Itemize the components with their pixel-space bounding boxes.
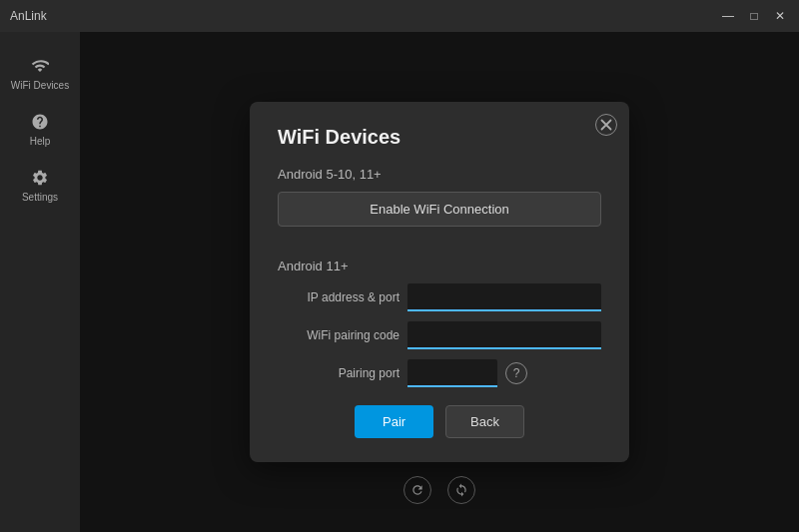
help-icon: [30, 112, 50, 132]
bottom-icons: [403, 476, 475, 504]
app-body: WiFi Devices Help Settings: [0, 32, 799, 532]
dialog-footer: Pair Back: [278, 405, 601, 438]
pairing-port-input[interactable]: [407, 359, 497, 387]
sidebar-item-help-label: Help: [30, 136, 51, 148]
sidebar-item-wifi-devices[interactable]: WiFi Devices: [6, 48, 74, 100]
help-circle-icon[interactable]: ?: [505, 362, 527, 384]
refresh-icon[interactable]: [403, 476, 431, 504]
sidebar-item-help[interactable]: Help: [6, 104, 74, 156]
window-controls: — □ ✕: [719, 7, 789, 25]
dialog-close-button[interactable]: [595, 114, 617, 136]
sidebar: WiFi Devices Help Settings: [0, 32, 80, 532]
pair-button[interactable]: Pair: [355, 405, 433, 438]
sidebar-item-settings[interactable]: Settings: [6, 160, 74, 212]
wifi-pairing-row: WiFi pairing code: [278, 321, 601, 349]
wifi-pairing-input[interactable]: [407, 321, 601, 349]
content-area: WiFi Devices Android 5-10, 11+ Enable Wi…: [80, 32, 799, 532]
pairing-port-row: Pairing port ?: [278, 359, 601, 387]
ip-address-input[interactable]: [407, 283, 601, 311]
back-button[interactable]: Back: [445, 405, 524, 438]
maximize-button[interactable]: □: [745, 7, 763, 25]
dialog-title: WiFi Devices: [278, 126, 601, 149]
sync-icon[interactable]: [447, 476, 475, 504]
enable-wifi-button[interactable]: Enable WiFi Connection: [278, 192, 601, 227]
android510-label: Android 5-10, 11+: [278, 167, 601, 182]
sidebar-item-wifi-label: WiFi Devices: [11, 80, 69, 92]
ip-address-row: IP address & port: [278, 283, 601, 311]
modal-overlay: WiFi Devices Android 5-10, 11+ Enable Wi…: [80, 32, 799, 532]
wifi-pairing-label: WiFi pairing code: [278, 328, 407, 342]
wifi-devices-dialog: WiFi Devices Android 5-10, 11+ Enable Wi…: [250, 102, 629, 462]
android510-section: Android 5-10, 11+ Enable WiFi Connection: [278, 167, 601, 245]
android11-label: Android 11+: [278, 259, 601, 273]
close-button[interactable]: ✕: [771, 7, 789, 25]
sidebar-item-settings-label: Settings: [22, 192, 58, 204]
title-bar: AnLink — □ ✕: [0, 0, 799, 32]
minimize-button[interactable]: —: [719, 7, 737, 25]
app-title: AnLink: [10, 9, 47, 23]
settings-icon: [30, 168, 50, 188]
wifi-icon: [30, 56, 50, 76]
ip-label: IP address & port: [278, 290, 407, 304]
android11-section: Android 11+ IP address & port WiFi pairi…: [278, 259, 601, 387]
pairing-port-label: Pairing port: [278, 366, 407, 380]
